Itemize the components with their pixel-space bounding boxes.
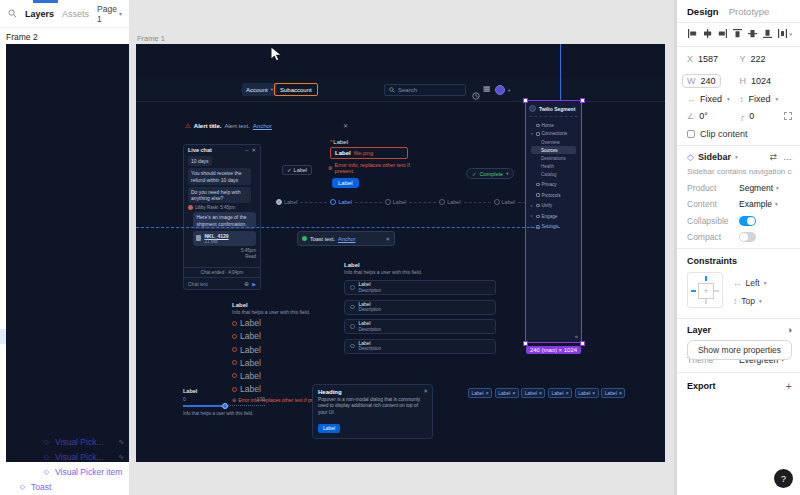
horizontal-constraint-select[interactable]: ↔Left▾ bbox=[733, 278, 792, 288]
file-name-link[interactable]: NKL_4129 bbox=[204, 233, 228, 239]
chevron-down-icon[interactable]: ▾ bbox=[735, 154, 738, 160]
slider-track[interactable] bbox=[183, 405, 265, 407]
attachment-icon[interactable]: ⊕ bbox=[244, 280, 249, 287]
minimize-icon[interactable]: – bbox=[245, 147, 248, 153]
corner-radius-field[interactable]: ╭0 bbox=[740, 111, 793, 121]
tab-assets[interactable]: Assets bbox=[62, 9, 89, 19]
stepper-step[interactable]: Label bbox=[494, 199, 515, 205]
align-vertical-center-icon[interactable] bbox=[747, 28, 758, 39]
subaccount-button[interactable]: Subaccount bbox=[274, 83, 318, 96]
close-icon[interactable]: ✕ bbox=[251, 147, 256, 153]
collapse-icon[interactable]: « bbox=[575, 333, 578, 339]
frame-label[interactable]: Frame 1 bbox=[137, 34, 165, 43]
sidebar-nav-subitem-destinations[interactable]: Destinations bbox=[528, 154, 579, 162]
help-button[interactable]: ? bbox=[774, 469, 793, 488]
horizontal-resizing-select[interactable]: ↔Fixed▾ bbox=[687, 94, 740, 104]
stepper-step[interactable]: Label bbox=[385, 199, 406, 205]
tab-design[interactable]: Design bbox=[687, 6, 719, 17]
radio-option[interactable]: Label bbox=[232, 318, 344, 328]
status-menu-button[interactable]: ✓ Complete ▾ bbox=[466, 168, 514, 179]
independent-corners-icon[interactable] bbox=[784, 112, 792, 120]
tab-prototype[interactable]: Prototype bbox=[729, 6, 770, 17]
form-pill[interactable]: Label× bbox=[601, 388, 625, 398]
tab-layers[interactable]: Layers bbox=[25, 9, 54, 19]
alert-anchor-link[interactable]: Anchor bbox=[253, 123, 272, 129]
remove-icon[interactable]: × bbox=[512, 390, 515, 396]
send-icon[interactable]: ▶ bbox=[252, 281, 256, 287]
canvas[interactable]: Frame 1 Account▾ Subaccount Search ▦ ▾ ⚠ bbox=[130, 0, 672, 495]
radio-option[interactable]: Label bbox=[232, 345, 344, 355]
close-icon[interactable]: ✕ bbox=[385, 236, 390, 242]
sidebar-nav-item-home[interactable]: Home bbox=[528, 121, 579, 130]
topbar-search-input[interactable]: Search bbox=[384, 84, 466, 96]
visual-picker-item[interactable]: LabelDescription bbox=[344, 300, 496, 315]
radio-option[interactable]: Label bbox=[232, 358, 344, 368]
text-input[interactable]: Labelfile.png bbox=[330, 147, 408, 159]
chevron-down-icon[interactable]: ▾ bbox=[508, 88, 510, 93]
distribute-icon[interactable]: ▾ bbox=[777, 28, 792, 39]
apps-grid-icon[interactable]: ▦ bbox=[483, 85, 491, 93]
height-field[interactable]: H1024 bbox=[740, 74, 793, 88]
layer-row[interactable]: ◇Visual Pick...∿ bbox=[0, 434, 129, 449]
form-pill[interactable]: Label× bbox=[495, 388, 519, 398]
visual-picker-item[interactable]: LabelDescription bbox=[344, 339, 496, 354]
align-bottom-icon[interactable] bbox=[762, 28, 773, 39]
radio-option[interactable]: Label bbox=[232, 331, 344, 341]
layer-row[interactable]: ◇Visual Pick...∿ bbox=[0, 449, 129, 464]
sidebar-nav-item-connections[interactable]: ▾Connections bbox=[528, 130, 579, 139]
slider-handle[interactable] bbox=[222, 403, 228, 409]
selection-handle[interactable] bbox=[580, 98, 585, 103]
search-icon[interactable] bbox=[8, 9, 17, 18]
remove-icon[interactable]: × bbox=[592, 390, 595, 396]
visual-picker-item[interactable]: LabelDescription bbox=[344, 319, 496, 334]
form-pill[interactable]: Label× bbox=[548, 388, 572, 398]
property-select[interactable]: Example▾ bbox=[739, 199, 778, 209]
user-avatar[interactable] bbox=[495, 85, 505, 95]
blend-mode-icon[interactable]: ◑ bbox=[787, 325, 792, 335]
more-options-icon[interactable]: … bbox=[783, 152, 792, 162]
form-pill[interactable]: Label× bbox=[521, 388, 545, 398]
layer-row[interactable]: #Frame 2 bbox=[0, 29, 129, 44]
toast-anchor-link[interactable]: Anchor bbox=[338, 236, 355, 242]
sidebar-nav-item-engage[interactable]: ▸Engage bbox=[528, 212, 579, 221]
width-field[interactable]: W240 bbox=[687, 74, 740, 88]
align-horizontal-center-icon[interactable] bbox=[702, 28, 713, 39]
rotation-field[interactable]: ∠0° bbox=[687, 111, 740, 121]
attachment-card[interactable]: NKL_4129 21 MB bbox=[193, 231, 256, 246]
stepper-step[interactable]: Label bbox=[439, 199, 460, 205]
remove-icon[interactable]: × bbox=[539, 390, 542, 396]
sidebar-nav-subitem-sources[interactable]: Sources bbox=[531, 146, 576, 154]
sidebar-nav-subitem-health[interactable]: Health bbox=[528, 162, 579, 170]
radio-option[interactable]: Label bbox=[232, 371, 344, 381]
align-top-icon[interactable] bbox=[732, 28, 743, 39]
layer-row[interactable]: #Frame 1 bbox=[0, 89, 129, 104]
y-position-field[interactable]: Y222 bbox=[740, 54, 793, 64]
sidebar-nav-subitem-overview[interactable]: Overview bbox=[528, 138, 579, 146]
clip-content-checkbox[interactable] bbox=[687, 130, 695, 138]
vertical-resizing-select[interactable]: ↕Fixed▾ bbox=[740, 94, 793, 104]
layer-row[interactable]: ◇Toast bbox=[0, 479, 129, 494]
chat-input[interactable]: Chat text ⊕ ▶ bbox=[184, 277, 260, 289]
design-frame[interactable]: Account▾ Subaccount Search ▦ ▾ ⚠ Alert t… bbox=[136, 44, 665, 462]
swap-instance-icon[interactable]: ⇄ bbox=[769, 152, 777, 162]
selection-handle[interactable] bbox=[580, 341, 585, 346]
stepper-step[interactable]: Label bbox=[330, 199, 351, 205]
form-pill[interactable]: Label× bbox=[575, 388, 599, 398]
add-export-icon[interactable]: + bbox=[786, 380, 792, 392]
account-button[interactable]: Account▾ bbox=[242, 83, 277, 96]
primary-button[interactable]: Label bbox=[332, 178, 359, 188]
form-pill[interactable]: Label× bbox=[468, 388, 492, 398]
x-position-field[interactable]: X1587 bbox=[687, 54, 740, 64]
remove-icon[interactable]: × bbox=[566, 390, 569, 396]
sidebar-nav-subitem-catalog[interactable]: Catalog bbox=[528, 170, 579, 178]
remove-icon[interactable]: × bbox=[619, 390, 622, 396]
property-select[interactable]: Segment▾ bbox=[739, 183, 779, 193]
checkbox-button[interactable]: ✓Label bbox=[282, 165, 312, 175]
component-name[interactable]: Sidebar bbox=[698, 152, 731, 162]
sidebar-nav-item-unify[interactable]: ▸Unify bbox=[528, 201, 579, 210]
sidebar-nav-item-privacy[interactable]: Privacy bbox=[528, 180, 579, 189]
align-right-icon[interactable] bbox=[717, 28, 728, 39]
history-icon[interactable] bbox=[472, 86, 480, 104]
stepper-step[interactable]: ✓Label bbox=[276, 199, 297, 205]
align-left-icon[interactable] bbox=[687, 28, 698, 39]
